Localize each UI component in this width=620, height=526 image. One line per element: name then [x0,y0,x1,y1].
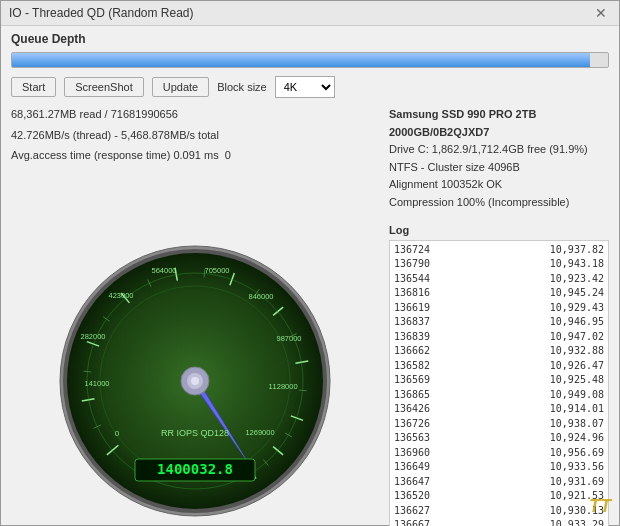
log-entry: 13656910,925.48 [394,373,604,388]
svg-text:846000: 846000 [248,292,273,301]
gauge-area: 0 141000 282000 423000 5 [11,168,379,527]
log-entry: 13681610,945.24 [394,286,604,301]
log-entry: 13664910,933.56 [394,460,604,475]
queue-depth-label: Queue Depth [11,32,609,46]
svg-text:1400032.8: 1400032.8 [157,461,233,477]
log-container[interactable]: 13672410,937.8213679010,943.1813654410,9… [389,240,609,526]
screenshot-button[interactable]: ScreenShot [64,77,143,97]
drive-line2: NTFS - Cluster size 4096B [389,159,609,177]
log-entry: 13686510,949.08 [394,388,604,403]
svg-text:564000: 564000 [151,266,176,275]
block-size-label: Block size [217,81,267,93]
log-entry: 13683910,947.02 [394,330,604,345]
block-size-select[interactable]: 4K 512B 1K 2K 8K 16K 32K 64K 128K 256K 5… [275,76,335,98]
log-entry: 13654410,923.42 [394,272,604,287]
svg-text:RR IOPS QD128: RR IOPS QD128 [161,428,229,438]
stats-line3: Avg.access time (response time) 0.091 ms… [11,147,379,164]
log-entry: 13672610,938.07 [394,417,604,432]
drive-line3: Alignment 100352k OK [389,176,609,194]
drive-title: Samsung SSD 990 PRO 2TB 2000GB/0B2QJXD7 [389,106,609,141]
log-entry: 13652010,921.53 [394,489,604,504]
log-entry: 13666710,933.29 [394,518,604,526]
log-entry: 13662710,930.13 [394,504,604,519]
log-entry: 13664710,931.69 [394,475,604,490]
stats-line1: 68,361.27MB read / 71681990656 [11,106,379,123]
svg-text:1269000: 1269000 [245,428,274,437]
drive-line4: Compression 100% (Incompressible) [389,194,609,212]
stats-line2: 42.726MB/s (thread) - 5,468.878MB/s tota… [11,127,379,144]
log-entry: 13696010,956.69 [394,446,604,461]
drive-line1: Drive C: 1,862.9/1,712.4GB free (91.9%) [389,141,609,159]
svg-point-42 [191,377,199,385]
queue-depth-bar [11,52,609,68]
drive-info: Samsung SSD 990 PRO 2TB 2000GB/0B2QJXD7 … [389,106,609,212]
close-button[interactable]: ✕ [591,5,611,21]
log-entry: 13666210,932.88 [394,344,604,359]
log-entry: 13658210,926.47 [394,359,604,374]
gauge-svg: 0 141000 282000 423000 5 [55,241,335,521]
window-title: IO - Threaded QD (Random Read) [9,6,194,20]
log-entry: 13656310,924.96 [394,431,604,446]
svg-text:1128000: 1128000 [268,382,297,391]
log-entry: 13679010,943.18 [394,257,604,272]
svg-text:282000: 282000 [80,332,105,341]
log-label: Log [389,224,609,236]
start-button[interactable]: Start [11,77,56,97]
queue-depth-fill [12,53,590,67]
log-entry: 13672410,937.82 [394,243,604,258]
log-entry: 13642610,914.01 [394,402,604,417]
update-button[interactable]: Update [152,77,209,97]
log-entry: 13661910,929.43 [394,301,604,316]
svg-text:141000: 141000 [84,379,109,388]
log-entry: 13683710,946.95 [394,315,604,330]
watermark: TT [589,496,611,517]
